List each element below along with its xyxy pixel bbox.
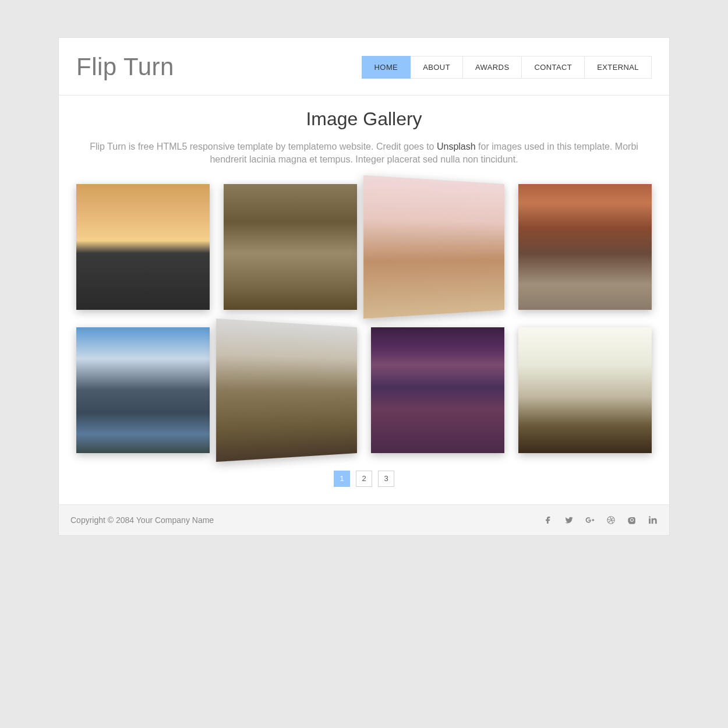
gallery-item-bike-pier-silhouette[interactable]: [518, 327, 652, 453]
nav-home[interactable]: HOME: [362, 56, 411, 79]
linkedin-icon[interactable]: [648, 515, 658, 525]
pagination: 1 2 3: [76, 471, 652, 487]
nav-about[interactable]: ABOUT: [411, 56, 463, 79]
unsplash-link[interactable]: Unsplash: [437, 142, 476, 151]
logo[interactable]: Flip Turn: [76, 53, 174, 81]
page-2-button[interactable]: 2: [356, 471, 372, 487]
gallery-item-narrow-alley[interactable]: [518, 184, 652, 310]
facebook-icon[interactable]: [543, 515, 553, 525]
page-3-button[interactable]: 3: [378, 471, 394, 487]
gallery-grid: [76, 184, 652, 453]
page-description: Flip Turn is free HTML5 responsive templ…: [79, 140, 649, 167]
nav-awards[interactable]: AWARDS: [463, 56, 522, 79]
gallery-item-sunset-beach[interactable]: [76, 184, 210, 310]
copyright: Copyright © 2084 Your Company Name: [70, 515, 214, 525]
google-plus-icon[interactable]: [585, 515, 595, 525]
nav-contact[interactable]: CONTACT: [522, 56, 585, 79]
gallery-item-forest-dirt-road[interactable]: [224, 184, 357, 310]
nav-external[interactable]: EXTERNAL: [585, 56, 652, 79]
gallery-item-wooden-boardwalk[interactable]: [216, 319, 357, 462]
dribbble-icon[interactable]: [606, 515, 616, 525]
footer: Copyright © 2084 Your Company Name: [59, 504, 669, 535]
twitter-icon[interactable]: [564, 515, 574, 525]
desc-pre: Flip Turn is free HTML5 responsive templ…: [90, 142, 437, 151]
main: Image Gallery Flip Turn is free HTML5 re…: [59, 96, 669, 504]
social-links: [543, 515, 658, 525]
gallery-item-mountain-lake[interactable]: [76, 327, 210, 453]
page-container: Flip Turn HOME ABOUT AWARDS CONTACT EXTE…: [58, 37, 670, 536]
nav: HOME ABOUT AWARDS CONTACT EXTERNAL: [362, 56, 652, 79]
instagram-icon[interactable]: [627, 515, 637, 525]
gallery-item-lifeguard-tower[interactable]: [363, 175, 504, 319]
header: Flip Turn HOME ABOUT AWARDS CONTACT EXTE…: [59, 38, 669, 96]
gallery-item-city-bridge-night[interactable]: [371, 327, 504, 453]
page-1-button[interactable]: 1: [334, 471, 350, 487]
page-title: Image Gallery: [76, 108, 652, 130]
